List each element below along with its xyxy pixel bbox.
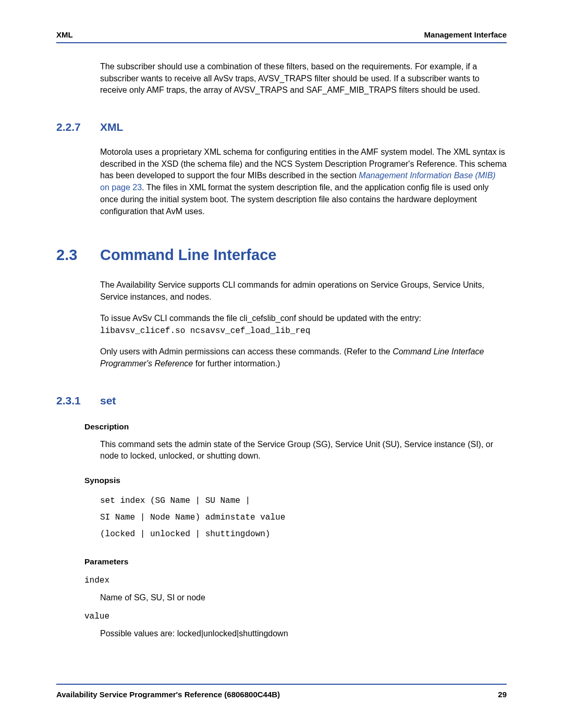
section-2-3-heading: 2.3 Command Line Interface xyxy=(56,244,507,266)
parameters-head: Parameters xyxy=(84,556,507,567)
synopsis-head: Synopsis xyxy=(84,475,507,486)
section-2-3-p3: Only users with Admin permissions can ac… xyxy=(100,346,507,369)
page-header: XML Management Interface xyxy=(56,30,507,43)
param-desc: Possible values are: locked|unlocked|shu… xyxy=(100,628,507,640)
section-title: Command Line Interface xyxy=(100,244,276,266)
content-column: The subscriber should use a combination … xyxy=(56,61,507,640)
p2-code: libavsv_clicef.so ncsavsv_cef_load_lib_r… xyxy=(100,326,310,336)
footer-page-number: 29 xyxy=(498,690,507,699)
header-right: Management Interface xyxy=(424,30,507,39)
page: XML Management Interface The subscriber … xyxy=(0,0,563,728)
p3-pre: Only users with Admin permissions can ac… xyxy=(100,347,393,356)
description-head: Description xyxy=(84,421,507,433)
section-title: XML xyxy=(100,119,123,135)
footer-left: Availability Service Programmer's Refere… xyxy=(56,690,280,699)
body-text-post: . The files in XML format the system des… xyxy=(100,183,488,215)
description-body: This command sets the admin state of the… xyxy=(100,439,507,462)
synopsis-body: set index (SG Name | SU Name | SI Name |… xyxy=(100,492,507,542)
page-footer: Availability Service Programmer's Refere… xyxy=(56,684,507,699)
p3-post: for further intormation.) xyxy=(193,359,280,368)
section-2-2-7-body: Motorola uses a proprietary XML schema f… xyxy=(100,146,507,217)
p2-text: To issue AvSv CLI commands the file cli_… xyxy=(100,314,421,323)
mib-link-page[interactable]: on page 23 xyxy=(100,183,142,192)
section-title: set xyxy=(100,393,116,409)
section-2-3-p2: To issue AvSv CLI commands the file cli_… xyxy=(100,313,507,337)
section-number: 2.3.1 xyxy=(56,393,100,409)
param-name: value xyxy=(84,611,507,623)
section-number: 2.3 xyxy=(56,244,100,266)
section-2-3-p1: The Availability Service supports CLI co… xyxy=(100,279,507,303)
intro-paragraph: The subscriber should use a combination … xyxy=(100,61,507,96)
section-number: 2.2.7 xyxy=(56,119,100,135)
param-desc: Name of SG, SU, SI or node xyxy=(100,592,507,604)
section-2-3-1-heading: 2.3.1 set xyxy=(56,393,507,409)
param-name: index xyxy=(84,575,507,587)
section-2-2-7-heading: 2.2.7 XML xyxy=(56,119,507,135)
mib-link[interactable]: Management Information Base (MIB) xyxy=(359,171,495,180)
header-left: XML xyxy=(56,30,73,39)
